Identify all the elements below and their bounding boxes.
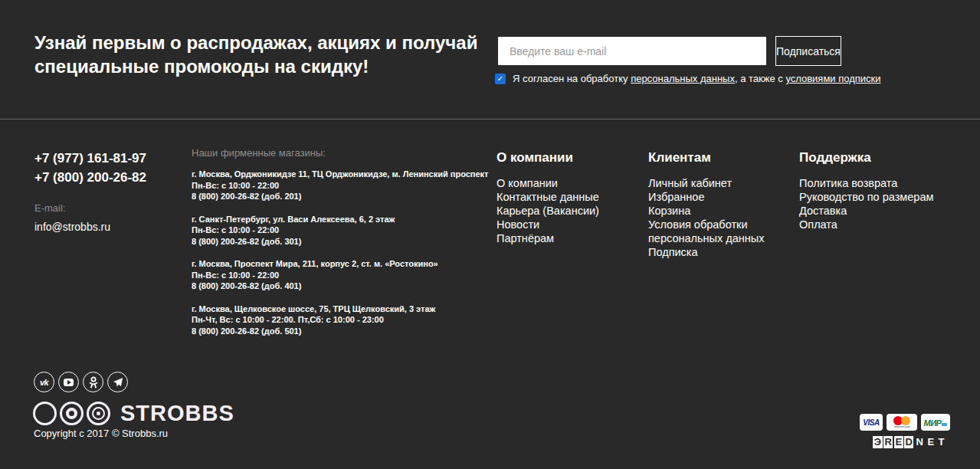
nav-link-account[interactable]: Личный кабинет — [648, 176, 767, 190]
consent-label: Я согласен на обработку персональных дан… — [513, 73, 881, 85]
newsletter-heading: Узнай первым о распродажах, акциях и пол… — [34, 31, 483, 78]
phone-link-2[interactable]: +7 (800) 200-26-82 — [34, 168, 146, 187]
consent-row: ✓ Я согласен на обработку персональных д… — [495, 73, 881, 85]
nav-link-news[interactable]: Новости — [497, 218, 627, 231]
nav-link-favorites[interactable]: Избранное — [648, 190, 767, 204]
store-address: г. Москва, Проспект Мира, 211, корпус 2,… — [192, 258, 490, 270]
odnoklassniki-link[interactable] — [83, 372, 103, 392]
dev-letter: N — [915, 436, 925, 448]
consent-text-middle: , а также с — [735, 73, 785, 84]
telegram-icon — [113, 377, 123, 388]
site-footer: Узнай первым о распродажах, акциях и пол… — [0, 0, 980, 469]
brand-logo: STROBBS — [33, 401, 234, 426]
store-hours: Пн-Вс: с 10:00 - 22:00 — [192, 180, 490, 192]
store-hours: Пн-Вс: с 10:00 - 22:00 — [192, 225, 490, 236]
nav-link-return-policy[interactable]: Политика возврата — [799, 176, 937, 190]
consent-text-before: Я согласен на обработку — [513, 73, 631, 84]
nav-column-support: Поддержка Политика возврата Руководство … — [799, 150, 937, 231]
mastercard-icon: mastercard — [887, 414, 917, 431]
dev-letter: E — [926, 436, 936, 448]
nav-link-about-company[interactable]: О компании — [497, 176, 627, 190]
nav-link-cart[interactable]: Корзина — [648, 204, 767, 218]
subscribe-button[interactable]: Подписаться — [775, 36, 841, 66]
store-phone: 8 (800) 200-26-82 (доб. 501) — [192, 326, 490, 337]
nav-link-partners[interactable]: Партнёрам — [497, 231, 627, 245]
nav-link-career[interactable]: Карьера (Вакансии) — [497, 204, 627, 218]
visa-icon: VISA — [860, 414, 883, 431]
nav-link-personal-data-terms[interactable]: Условия обработки персональных данных — [648, 218, 767, 245]
nav-link-payment[interactable]: Оплата — [799, 218, 937, 231]
mastercard-label: mastercard — [894, 425, 910, 428]
nav-link-size-guide[interactable]: Руководство по размерам — [799, 190, 937, 204]
mir-wing-icon — [942, 423, 947, 426]
stores-column: Наши фирменные магазины: г. Москва, Ордж… — [192, 147, 490, 348]
email-input[interactable] — [498, 37, 766, 65]
telegram-link[interactable] — [107, 372, 128, 392]
section-divider — [0, 119, 980, 120]
logo-circle-icon — [33, 402, 57, 425]
vk-link[interactable]: vk — [34, 372, 54, 392]
payment-methods: VISA mastercard МИР — [860, 414, 950, 431]
store-address: г. Санкт-Петербург, ул. Васи Алексеева, … — [192, 214, 490, 225]
nav-column-customers: Клиентам Личный кабинет Избранное Корзин… — [648, 150, 767, 259]
stores-heading: Наши фирменные магазины: — [192, 147, 490, 159]
personal-data-link[interactable]: персональных данных — [631, 73, 735, 84]
mir-label: МИР — [924, 418, 942, 428]
store-phone: 8 (800) 200-26-82 (доб. 301) — [192, 236, 490, 248]
store-item: г. Санкт-Петербург, ул. Васи Алексеева, … — [192, 214, 490, 248]
dev-letter: D — [904, 436, 913, 448]
email-link[interactable]: info@strobbs.ru — [34, 221, 146, 233]
nav-column-about: О компании О компании Контактные данные … — [497, 150, 627, 245]
store-phone: 8 (800) 200-26-82 (доб. 401) — [192, 280, 490, 292]
mir-icon: МИР — [921, 414, 950, 431]
nav-link-delivery[interactable]: Доставка — [799, 204, 937, 218]
nav-link-contact-data[interactable]: Контактные данные — [497, 190, 627, 204]
consent-checkbox[interactable]: ✓ — [495, 74, 506, 84]
store-item: г. Москва, Проспект Мира, 211, корпус 2,… — [192, 258, 490, 292]
phone-link-1[interactable]: +7 (977) 161-81-97 — [34, 149, 146, 168]
store-item: г. Москва, Орджоникидзе 11, ТЦ Орджоники… — [192, 169, 490, 202]
dev-letter: Э — [873, 436, 882, 448]
nav-title-about: О компании — [497, 150, 627, 166]
nav-title-support: Поддержка — [799, 150, 937, 166]
email-label: E-mail: — [34, 202, 146, 214]
store-address: г. Москва, Щелковское шоссе, 75, ТРЦ Щел… — [192, 303, 490, 315]
nav-title-customers: Клиентам — [648, 150, 767, 166]
dev-letter: T — [937, 436, 946, 448]
copyright-text: Copyright с 2017 © Strobbs.ru — [34, 428, 168, 439]
visa-label: VISA — [863, 418, 879, 427]
logo-target-icon — [87, 402, 110, 425]
subscription-terms-link[interactable]: условиями подписки — [785, 73, 880, 84]
contacts-column: +7 (977) 161-81-97 +7 (800) 200-26-82 E-… — [34, 149, 146, 233]
dev-letter: R — [883, 436, 893, 448]
store-hours: Пн-Вс: с 10:00 - 22:00 — [192, 270, 490, 281]
store-hours: Пн-Чт, Вс: с 10:00 - 22:00. Пт,Сб: с 10:… — [192, 314, 490, 326]
odnoklassniki-icon — [88, 376, 99, 389]
store-item: г. Москва, Щелковское шоссе, 75, ТРЦ Щел… — [192, 303, 490, 337]
vk-icon: vk — [40, 378, 48, 387]
nav-link-subscription[interactable]: Подписка — [648, 245, 767, 259]
social-links: vk — [34, 372, 128, 392]
logo-ring-icon — [60, 402, 84, 425]
dev-letter: E — [894, 436, 903, 448]
brand-name: STROBBS — [120, 401, 234, 426]
youtube-link[interactable] — [58, 372, 79, 392]
checkmark-icon: ✓ — [497, 75, 503, 83]
youtube-icon — [64, 379, 74, 386]
store-phone: 8 (800) 200-26-82 (доб. 201) — [192, 191, 490, 202]
developer-logo-link[interactable]: Э R E D N E T — [873, 436, 946, 448]
store-address: г. Москва, Орджоникидзе 11, ТЦ Орджоники… — [192, 169, 490, 180]
